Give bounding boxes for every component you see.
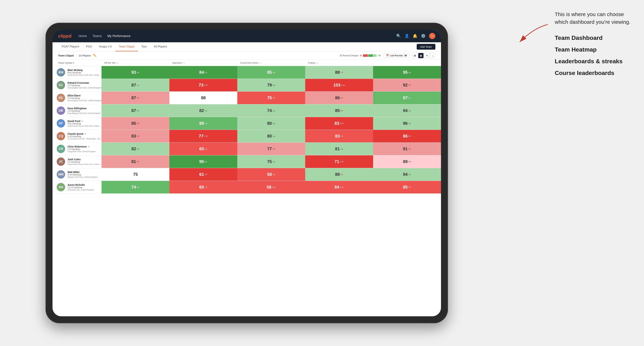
sub-nav-tabs: PGAT Players PGA Hcaps 1-5 Team Clippd T… [58, 42, 170, 51]
player-cell[interactable]: EE Elliot Ebert 1-5 Handicap Sunningdale… [52, 92, 102, 103]
player-cell[interactable]: CQ Charlie Quick ✓ 6-10 Handicap St. Geo… [52, 131, 102, 142]
col-header-putting[interactable]: Putting — [305, 60, 373, 66]
stat-trend: 3▼ [204, 173, 208, 175]
stat-trend: 3▼ [408, 148, 411, 150]
player-cell[interactable]: CR Chris Robertson ✓ 1-5 Handicap Craigm… [52, 143, 102, 155]
table-row[interactable]: AN Aaron Nicholls 11-15 Handicap Drift G… [52, 181, 441, 194]
list-view-button[interactable]: ≡ [424, 53, 430, 58]
stat-trend: 5▲ [408, 97, 411, 99]
annotation-item-2: Leaderboards & streaks [555, 58, 635, 65]
table-scroll-container[interactable]: Player Quality ▾ Off the Tee — Approach … [52, 60, 441, 316]
settings-icon[interactable]: ⚙️ [421, 34, 426, 38]
player-cell[interactable]: AN Aaron Nicholls 11-15 Handicap Drift G… [52, 181, 102, 193]
stat-cell: 92 3▼ [373, 79, 441, 91]
col-header-player: Player Quality ▾ [52, 60, 102, 66]
player-info: Elliot Ebert 1-5 Handicap Sunningdale Go… [68, 94, 102, 102]
stat-value: 75 [267, 95, 272, 100]
tablet-screen: clippd Home Teams My Performance 🔍 👤 🔔 ⚙… [52, 30, 441, 316]
stat-value: 75 [267, 159, 272, 164]
stat-trend: 1▲ [272, 135, 275, 137]
stat-value: 60 [199, 147, 204, 151]
table-row[interactable]: DF David Ford ✓ Plus Handicap Royal Nort… [52, 117, 441, 130]
table-row[interactable]: BM Blair McHarg Plus Handicap Royal Nort… [52, 66, 441, 79]
heatmap-view-button[interactable]: ▦ [418, 53, 424, 58]
player-info: Matt Miller 6-10 Handicap Woburn Golf Cl… [68, 171, 98, 178]
player-handicap: Plus Handicap [68, 123, 102, 125]
player-club: Royal North Devon Golf Club, United King… [68, 163, 102, 165]
table-row[interactable]: CR Chris Robertson ✓ 1-5 Handicap Craigm… [52, 143, 441, 155]
stat-cell: 85 8▲ [237, 66, 305, 79]
stat-value: 95 [199, 159, 204, 164]
app-logo[interactable]: clippd [58, 33, 72, 39]
stat-cell: 91 3▼ [373, 143, 441, 155]
tab-pga[interactable]: PGA [82, 42, 96, 51]
stat-trend: 4▲ [204, 110, 208, 112]
stat-cell: 81 4▲ [305, 143, 373, 155]
add-team-button[interactable]: Add Team [417, 44, 436, 50]
grid-view-button[interactable]: ⊞ [412, 53, 418, 58]
table-row[interactable]: EE Elliot Ebert 1-5 Handicap Sunningdale… [52, 92, 441, 104]
stat-trend: 1▲ [136, 84, 140, 86]
stat-trend: 15▲ [341, 84, 345, 86]
stat-value: 89 [403, 159, 408, 164]
stat-trend: 8▲ [136, 186, 140, 188]
player-cell[interactable]: EC Edward Crossman 1-5 Handicap Sunningd… [52, 79, 102, 91]
avatar: DF [57, 119, 65, 128]
nav-link-my-performance[interactable]: My Performance [108, 34, 130, 38]
player-handicap: 1-5 Handicap [68, 97, 102, 99]
avatar: CR [57, 145, 65, 153]
nav-link-teams[interactable]: Teams [92, 34, 102, 38]
tab-team-clippd[interactable]: Team Clippd [115, 42, 138, 51]
search-icon[interactable]: 🔍 [396, 34, 401, 38]
stat-trend: 2▲ [204, 148, 208, 150]
avatar: EC [57, 81, 65, 89]
player-cell[interactable]: BM Blair McHarg Plus Handicap Royal Nort… [52, 67, 102, 78]
avatar[interactable]: U [429, 33, 436, 39]
player-cell[interactable]: MM Matt Miller 6-10 Handicap Woburn Golf… [52, 169, 102, 180]
bar-light-green [374, 54, 376, 57]
stat-cell: 77 14▼ [170, 130, 237, 142]
table-row[interactable]: JC Josh Coles 1-5 Handicap Royal North D… [52, 155, 441, 168]
col-header-approach[interactable]: Approach — [170, 60, 237, 66]
nav-right: 🔍 👤 🔔 ⚙️ U [396, 33, 436, 39]
download-button[interactable]: ↓ [430, 53, 436, 58]
bell-icon[interactable]: 🔔 [413, 34, 418, 38]
player-name: Dave Billingham [68, 107, 101, 110]
stat-value: 88 [201, 95, 206, 100]
stat-cell: 85 3▼ [102, 117, 170, 130]
tab-all-players[interactable]: All Players [150, 42, 170, 51]
stat-cell: 83 10▼ [305, 117, 373, 130]
table-row[interactable]: MM Matt Miller 6-10 Handicap Woburn Golf… [52, 168, 441, 181]
edit-icon[interactable]: ✏️ [93, 54, 96, 57]
tab-hcaps[interactable]: Hcaps 1-5 [96, 42, 115, 51]
stat-cell: 94 1▲ [373, 104, 441, 117]
tab-pgat-players[interactable]: PGAT Players [58, 42, 82, 51]
nav-bar: clippd Home Teams My Performance 🔍 👤 🔔 ⚙… [52, 30, 441, 42]
user-icon[interactable]: 👤 [404, 34, 409, 38]
player-club: Sunningdale Golf Club, United Kingdom [68, 99, 102, 102]
player-cell[interactable]: DF David Ford ✓ Plus Handicap Royal Nort… [52, 118, 102, 129]
table-row[interactable]: EC Edward Crossman 1-5 Handicap Sunningd… [52, 79, 441, 92]
stat-value: 79 [267, 83, 272, 88]
col-header-around-green[interactable]: Around the Green — [237, 60, 305, 66]
stat-trend: 1▲ [272, 110, 275, 112]
tablet-frame: clippd Home Teams My Performance 🔍 👤 🔔 ⚙… [46, 23, 448, 323]
player-club: Sunningdale Golf Club, United Kingdom [68, 87, 102, 89]
table-row[interactable]: DB Dave Billingham 1-5 Handicap Gog Mago… [52, 104, 441, 117]
player-name: Blair McHarg [68, 69, 102, 71]
player-handicap: 1-5 Handicap [68, 84, 102, 87]
stat-value: 61 [199, 172, 204, 177]
stat-cell: 88 [170, 92, 237, 104]
table-row[interactable]: CQ Charlie Quick ✓ 6-10 Handicap St. Geo… [52, 130, 441, 143]
last-rounds-button[interactable]: 📅 Last Rounds: 20 [384, 53, 410, 58]
round-change-label: 20 Round Change [340, 54, 358, 57]
stat-cell: 97 5▲ [373, 92, 441, 104]
stat-trend: 7▲ [204, 122, 208, 124]
view-icons: ⊞ ▦ ≡ ↓ [412, 53, 436, 58]
tab-tour[interactable]: Tour [138, 42, 150, 51]
player-cell[interactable]: DB Dave Billingham 1-5 Handicap Gog Mago… [52, 105, 102, 116]
player-cell[interactable]: JC Josh Coles 1-5 Handicap Royal North D… [52, 156, 102, 167]
nav-link-home[interactable]: Home [78, 34, 87, 38]
col-header-tee[interactable]: Off the Tee — [102, 60, 170, 66]
stat-cell: 75 2▲ [237, 155, 305, 168]
